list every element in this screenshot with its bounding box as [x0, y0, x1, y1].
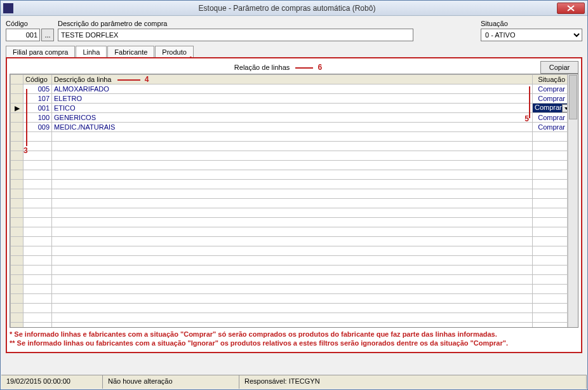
cell-descricao[interactable] — [52, 189, 533, 199]
row-selector[interactable] — [11, 189, 23, 199]
descricao-input[interactable] — [58, 29, 413, 41]
tab-produto[interactable]: Produto — [155, 46, 194, 58]
cell-codigo[interactable]: 001 — [23, 104, 52, 113]
tab-linha[interactable]: Linha — [76, 46, 107, 58]
cell-codigo[interactable] — [23, 285, 52, 294]
row-selector[interactable] — [11, 208, 23, 218]
situacao-select[interactable]: 0 - ATIVO — [481, 29, 582, 41]
table-row[interactable]: 107ELETROComprar — [11, 94, 568, 104]
table-row[interactable] — [11, 313, 568, 323]
cell-situacao[interactable]: Comprar — [533, 84, 568, 94]
table-row[interactable] — [11, 294, 568, 304]
table-row[interactable]: 005ALMOXARIFADOComprar — [11, 84, 568, 94]
cell-codigo[interactable] — [23, 313, 52, 323]
table-row[interactable] — [11, 180, 568, 189]
row-selector[interactable] — [11, 161, 23, 170]
cell-situacao[interactable]: Comprar — [533, 94, 568, 104]
table-row[interactable] — [11, 237, 568, 246]
cell-situacao[interactable] — [533, 199, 568, 208]
row-selector[interactable] — [11, 132, 23, 142]
cell-situacao[interactable]: Comprar — [533, 123, 568, 132]
cell-codigo[interactable] — [23, 170, 52, 180]
cell-codigo[interactable] — [23, 208, 52, 218]
table-row[interactable] — [11, 323, 568, 328]
cell-situacao[interactable] — [533, 275, 568, 285]
cell-situacao[interactable] — [533, 132, 568, 142]
row-selector[interactable] — [11, 151, 23, 161]
grid-scrollbar[interactable] — [568, 74, 578, 327]
cell-codigo[interactable] — [23, 132, 52, 142]
cell-codigo[interactable] — [23, 246, 52, 256]
cell-situacao[interactable] — [533, 208, 568, 218]
row-selector[interactable] — [11, 237, 23, 246]
table-row[interactable] — [11, 161, 568, 170]
cell-descricao[interactable] — [52, 266, 533, 275]
cell-codigo[interactable] — [23, 237, 52, 246]
table-row[interactable] — [11, 285, 568, 294]
tab-filial[interactable]: Filial para compra — [6, 46, 75, 58]
cell-situacao[interactable] — [533, 294, 568, 304]
row-selector[interactable]: ▶ — [11, 104, 23, 113]
cell-descricao[interactable] — [52, 227, 533, 237]
cell-descricao[interactable] — [52, 161, 533, 170]
cell-situacao[interactable] — [533, 304, 568, 313]
row-selector[interactable] — [11, 285, 23, 294]
cell-situacao[interactable] — [533, 285, 568, 294]
row-selector[interactable] — [11, 142, 23, 151]
table-row[interactable]: 009MEDIC./NATURAISComprar — [11, 123, 568, 132]
codigo-lookup-button[interactable]: ... — [41, 29, 54, 41]
cell-codigo[interactable] — [23, 161, 52, 170]
grid-header-situacao[interactable]: Situação — [533, 75, 568, 84]
cell-descricao[interactable]: GENERICOS — [52, 113, 533, 123]
cell-codigo[interactable]: 009 — [23, 123, 52, 132]
cell-codigo[interactable] — [23, 256, 52, 266]
row-selector[interactable] — [11, 227, 23, 237]
cell-descricao[interactable] — [52, 180, 533, 189]
chevron-down-icon[interactable] — [562, 104, 568, 112]
table-row[interactable]: ▶001ETICOComprar — [11, 104, 568, 113]
cell-codigo[interactable] — [23, 266, 52, 275]
scroll-thumb[interactable] — [569, 75, 577, 119]
row-selector[interactable] — [11, 180, 23, 189]
row-selector[interactable] — [11, 84, 23, 94]
table-row[interactable] — [11, 189, 568, 199]
cell-descricao[interactable] — [52, 285, 533, 294]
table-row[interactable] — [11, 208, 568, 218]
cell-codigo[interactable] — [23, 180, 52, 189]
cell-descricao[interactable] — [52, 246, 533, 256]
row-selector[interactable] — [11, 246, 23, 256]
cell-codigo[interactable] — [23, 275, 52, 285]
table-row[interactable] — [11, 256, 568, 266]
cell-situacao[interactable] — [533, 218, 568, 227]
row-selector[interactable] — [11, 218, 23, 227]
cell-codigo[interactable] — [23, 304, 52, 313]
cell-situacao[interactable] — [533, 227, 568, 237]
cell-codigo[interactable]: 100 — [23, 113, 52, 123]
table-row[interactable] — [11, 246, 568, 256]
cell-codigo[interactable] — [23, 189, 52, 199]
table-row[interactable] — [11, 132, 568, 142]
table-row[interactable] — [11, 199, 568, 208]
table-row[interactable] — [11, 151, 568, 161]
table-row[interactable] — [11, 218, 568, 227]
cell-codigo[interactable] — [23, 294, 52, 304]
cell-descricao[interactable] — [52, 275, 533, 285]
cell-descricao[interactable] — [52, 323, 533, 328]
cell-descricao[interactable]: ALMOXARIFADO — [52, 84, 533, 94]
table-row[interactable]: 100GENERICOSComprar — [11, 113, 568, 123]
row-selector[interactable] — [11, 313, 23, 323]
cell-descricao[interactable]: ELETRO — [52, 94, 533, 104]
cell-descricao[interactable]: MEDIC./NATURAIS — [52, 123, 533, 132]
cell-codigo[interactable]: 107 — [23, 94, 52, 104]
cell-codigo[interactable] — [23, 227, 52, 237]
cell-situacao[interactable] — [533, 266, 568, 275]
cell-descricao[interactable] — [52, 151, 533, 161]
row-selector[interactable] — [11, 304, 23, 313]
cell-descricao[interactable] — [52, 132, 533, 142]
tab-fabricante[interactable]: Fabricante — [107, 46, 154, 58]
cell-descricao[interactable] — [52, 218, 533, 227]
cell-situacao[interactable] — [533, 170, 568, 180]
cell-situacao[interactable] — [533, 237, 568, 246]
cell-descricao[interactable] — [52, 294, 533, 304]
codigo-input[interactable] — [6, 29, 40, 41]
